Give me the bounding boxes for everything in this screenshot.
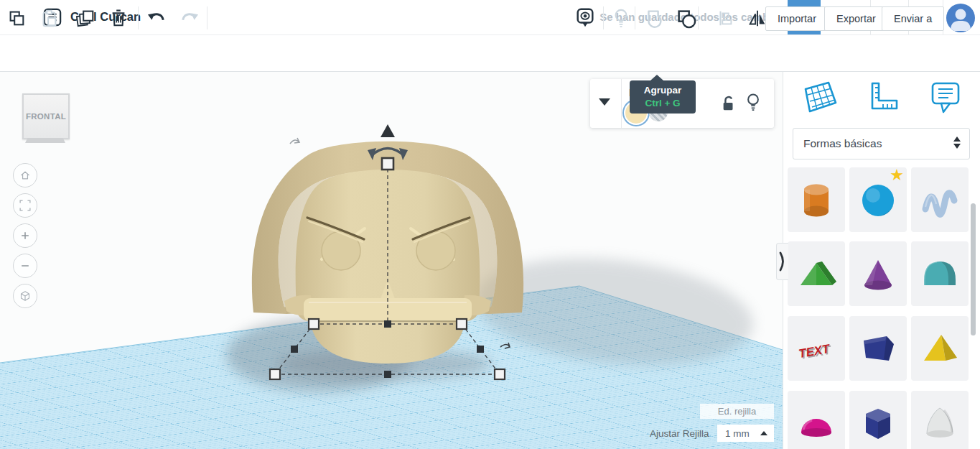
view-cube-label: FRONTAL xyxy=(26,112,66,121)
roof-shape-icon xyxy=(795,251,838,296)
edit-grid-button[interactable]: Ed. rejilla xyxy=(700,404,774,419)
tooltip-arrow xyxy=(650,75,663,80)
home-icon xyxy=(17,167,33,183)
lock-open-icon xyxy=(721,95,737,112)
shape-tile-poligono[interactable] xyxy=(849,391,907,449)
polygon-prism-shape-icon xyxy=(857,401,900,445)
cylinder-shape-icon xyxy=(795,177,838,222)
bulb-icon xyxy=(612,7,630,29)
align-button[interactable] xyxy=(714,7,736,29)
shape-tile-garabato[interactable] xyxy=(911,167,969,232)
paste-button[interactable] xyxy=(39,7,60,29)
inspector-divider xyxy=(621,79,622,128)
wedge-shape-icon xyxy=(857,326,900,371)
toolbar-separator xyxy=(635,6,635,29)
ortho-cube-icon xyxy=(17,288,33,304)
group-button[interactable] xyxy=(643,7,665,29)
zoom-in-button[interactable] xyxy=(13,223,37,248)
redo-icon xyxy=(179,9,200,27)
view-cube[interactable]: FRONTAL xyxy=(22,93,70,139)
view-cube-base xyxy=(25,138,65,143)
shape-tile-paraboloide[interactable] xyxy=(911,391,969,449)
home-view-button[interactable] xyxy=(13,163,37,188)
zoom-out-button[interactable] xyxy=(13,254,37,278)
move-handle[interactable] xyxy=(381,124,395,137)
copy-icon xyxy=(6,8,27,28)
trash-icon xyxy=(108,7,129,29)
cone-shape-icon xyxy=(857,251,900,296)
shape-tile-esfera[interactable]: ★ xyxy=(849,167,907,232)
ungroup-icon xyxy=(675,7,696,29)
workplane-icon xyxy=(800,79,837,115)
ruler-icon xyxy=(864,80,900,115)
paraboloid-shape-icon xyxy=(918,401,961,445)
minus-icon xyxy=(17,258,33,274)
shape-tile-techo[interactable] xyxy=(788,241,845,306)
inspector-collapse-caret[interactable] xyxy=(599,98,610,106)
tooltip-label: Agrupar xyxy=(635,85,690,96)
tooltip-shortcut: Ctrl + G xyxy=(635,98,690,108)
text-shape-icon: TEXT TEXT xyxy=(793,326,839,371)
ungroup-button[interactable] xyxy=(675,7,696,29)
snap-grid-label: Ajustar Rejilla xyxy=(650,428,709,439)
shape-tile-techo-redondo[interactable] xyxy=(911,241,969,306)
visibility-button[interactable] xyxy=(745,93,761,113)
caret-up-icon xyxy=(760,431,767,435)
shape-tile-piramide[interactable] xyxy=(911,316,969,381)
eye-bubble-icon xyxy=(574,6,596,29)
chevron-right-icon xyxy=(778,247,787,276)
import-button[interactable]: Importar xyxy=(765,6,829,31)
scribble-shape-icon xyxy=(918,177,961,222)
model-eye-right xyxy=(416,231,455,270)
shape-tile-cono[interactable] xyxy=(849,241,907,306)
shape-tile-cilindro[interactable] xyxy=(788,167,845,232)
show-all-button[interactable] xyxy=(574,7,596,29)
avatar-icon xyxy=(946,4,975,32)
workplane-tool[interactable] xyxy=(800,79,837,115)
shape-category-value: Formas básicas xyxy=(803,137,882,150)
copy-button[interactable] xyxy=(6,7,27,29)
lock-button[interactable] xyxy=(721,95,737,112)
export-button[interactable]: Exportar xyxy=(824,6,888,31)
select-arrows-icon xyxy=(953,136,961,149)
bulb-icon xyxy=(745,93,761,113)
align-icon xyxy=(715,8,735,28)
featured-star-icon: ★ xyxy=(890,166,904,185)
shape-tile-texto[interactable]: TEXT TEXT xyxy=(788,316,845,381)
paste-icon xyxy=(39,8,60,28)
redo-button[interactable] xyxy=(179,7,200,29)
shape-tile-cuna[interactable] xyxy=(849,316,907,381)
shape-tile-semiesfera[interactable] xyxy=(788,391,845,449)
shape-category-select[interactable]: Formas básicas xyxy=(793,128,970,159)
toolbar-separator xyxy=(138,6,139,29)
undo-button[interactable] xyxy=(146,7,167,29)
perspective-toggle-button[interactable] xyxy=(13,284,37,308)
hide-selected-button[interactable] xyxy=(610,7,632,29)
fit-view-icon xyxy=(17,198,33,213)
tinkercad-window: FRONTAL T I N K E R C A D Cool Curcan Se… xyxy=(0,0,980,449)
scale-handle-top[interactable] xyxy=(382,158,393,170)
toolbar-separator xyxy=(603,6,604,29)
svg-text:TEXT: TEXT xyxy=(798,342,832,361)
sidebar-collapse-button[interactable] xyxy=(776,243,788,280)
plus-icon xyxy=(17,228,33,244)
account-avatar[interactable] xyxy=(946,4,975,32)
pyramid-shape-icon xyxy=(918,326,961,371)
duplicate-icon xyxy=(75,7,96,29)
toolbar-separator xyxy=(698,6,699,29)
snap-grid-select[interactable]: 1 mm xyxy=(717,425,774,442)
round-roof-shape-icon xyxy=(918,251,961,296)
snap-grid-value: 1 mm xyxy=(725,428,750,439)
duplicate-button[interactable] xyxy=(75,7,96,29)
group-icon xyxy=(643,7,665,29)
toolbar-separator xyxy=(207,6,207,29)
notes-icon xyxy=(928,79,963,115)
fit-view-button[interactable] xyxy=(13,193,37,218)
undo-icon xyxy=(146,9,167,27)
sidebar-scrollbar[interactable] xyxy=(971,203,976,335)
send-to-button[interactable]: Enviar a xyxy=(882,6,944,31)
group-tooltip: Agrupar Ctrl + G xyxy=(630,80,696,114)
ruler-tool[interactable] xyxy=(864,80,900,115)
delete-button[interactable] xyxy=(108,7,129,29)
notes-tool[interactable] xyxy=(928,79,963,115)
